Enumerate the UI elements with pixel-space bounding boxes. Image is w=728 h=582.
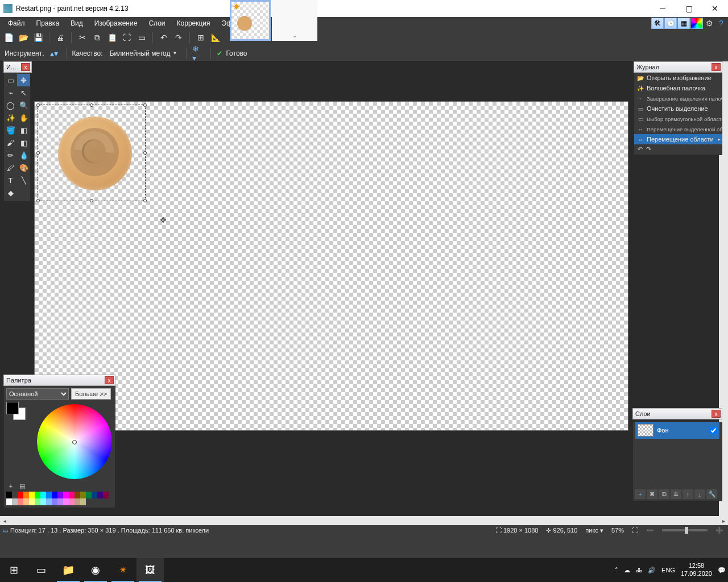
cloud-icon[interactable]: ☁ (624, 567, 630, 574)
close-button[interactable]: ✕ (702, 0, 728, 17)
palette-swatch[interactable] (75, 492, 80, 498)
layer-visibility-checkbox[interactable] (710, 427, 717, 434)
quality-dropdown[interactable]: Билинейный метод ▼ (106, 48, 181, 59)
grid-button[interactable]: ⊞ (195, 31, 207, 44)
palette-swatch[interactable] (46, 492, 52, 498)
start-button[interactable]: ⊞ (0, 558, 27, 582)
move-down-button[interactable]: ↓ (694, 489, 705, 499)
history-item[interactable]: ▭Выбор прямоугольной области (634, 114, 722, 124)
menu-image[interactable]: Изображение (89, 18, 143, 29)
tool-eraser[interactable]: ◧ (17, 136, 30, 149)
palette-swatch[interactable] (97, 492, 103, 498)
redo-button[interactable]: ↷ (172, 31, 185, 44)
language-indicator[interactable]: ENG (661, 567, 675, 573)
history-window-toggle[interactable]: 🕓 (664, 18, 677, 29)
menu-file[interactable]: Файл (2, 18, 31, 29)
tool-line[interactable]: ╲ (17, 174, 30, 186)
open-button[interactable]: 📂 (17, 31, 30, 44)
palette-swatch[interactable] (6, 498, 12, 505)
palette-swatch[interactable] (29, 498, 35, 505)
cut-button[interactable]: ✂ (76, 31, 89, 44)
palette-swatch[interactable] (23, 498, 29, 505)
print-button[interactable]: 🖨 (54, 31, 67, 44)
zoom-in-button[interactable]: ➕ (715, 527, 723, 534)
menu-edit[interactable]: Правка (31, 18, 65, 29)
close-icon[interactable]: x (712, 410, 721, 418)
tool-picker[interactable]: ▴▾ (48, 47, 60, 60)
close-icon[interactable]: x (21, 63, 30, 71)
tools-panel-header[interactable]: И... x (3, 61, 32, 73)
palette-swatch[interactable] (12, 492, 18, 498)
menu-layers[interactable]: Слои (143, 18, 171, 29)
move-up-button[interactable]: ↑ (682, 489, 693, 499)
colors-panel-header[interactable]: Палитра x (3, 375, 115, 386)
close-icon[interactable]: x (105, 376, 114, 384)
merge-layer-button[interactable]: ⇊ (671, 489, 681, 499)
history-item[interactable]: ↔Перемещение области (634, 134, 722, 144)
palette-swatch[interactable] (80, 492, 86, 498)
sampling-button[interactable]: ❄ ▾ (192, 47, 205, 60)
menu-view[interactable]: Вид (65, 18, 89, 29)
horizontal-scrollbar[interactable]: ◂ ▸ (0, 516, 728, 525)
tool-shapes[interactable]: ◆ (4, 186, 17, 199)
tool-rect-select[interactable]: ▭ (4, 74, 17, 86)
colors-window-toggle[interactable] (690, 18, 703, 29)
palette-swatch[interactable] (46, 498, 52, 505)
layers-window-toggle[interactable]: ▦ (677, 18, 690, 29)
add-color-icon[interactable]: + (6, 481, 15, 490)
palette-swatch[interactable] (6, 492, 12, 498)
palette-swatch[interactable] (57, 492, 63, 498)
layer-item[interactable]: Фон (635, 422, 719, 439)
palette-swatch[interactable] (52, 498, 57, 505)
resize-handle[interactable] (36, 103, 40, 107)
tool-fill[interactable]: 🪣 (4, 124, 17, 136)
tool-move[interactable]: ↖ (17, 86, 30, 99)
unit-dropdown[interactable]: пикс ▾ (585, 527, 603, 534)
tray-up-icon[interactable]: ˄ (615, 567, 618, 574)
resize-handle[interactable] (36, 199, 40, 202)
zoom-slider[interactable] (662, 529, 708, 531)
tool-gradient[interactable]: ◧ (17, 124, 30, 136)
minimize-button[interactable]: ─ (650, 0, 676, 17)
new-button[interactable]: 📄 (2, 31, 15, 44)
palette-swatch[interactable] (92, 492, 97, 498)
close-icon[interactable]: x (712, 63, 721, 71)
paintnet-taskbar-icon[interactable]: 🖼 (136, 558, 164, 582)
scroll-right-button[interactable]: ▸ (719, 516, 728, 525)
color-wheel-handle[interactable] (72, 440, 77, 444)
resize-handle[interactable] (143, 199, 147, 202)
tool-brush[interactable]: 🖌 (4, 136, 17, 149)
undo-button[interactable]: ↶ (158, 31, 170, 44)
document-thumbnail-tab[interactable]: ✸ (230, 0, 271, 41)
tool-text[interactable]: T (4, 174, 17, 186)
tool-magic-wand[interactable]: ✨ (4, 111, 17, 124)
layer-properties-button[interactable]: 🔧 (706, 489, 717, 499)
selection-rectangle[interactable] (38, 105, 146, 201)
paste-button[interactable]: 📋 (106, 31, 118, 44)
history-item[interactable]: ·Завершение выделения палочкой (634, 93, 722, 103)
blender-taskbar-icon[interactable]: ✴ (109, 558, 136, 582)
zoom-out-button[interactable]: ➖ (646, 527, 654, 534)
copy-button[interactable]: ⧉ (91, 31, 104, 44)
palette-swatch[interactable] (63, 492, 69, 498)
tool-recolor[interactable]: 🎨 (17, 161, 30, 174)
palette-swatch[interactable] (86, 492, 92, 498)
resize-handle[interactable] (90, 103, 93, 107)
menu-adjustments[interactable]: Коррекция (171, 18, 216, 29)
explorer-taskbar-icon[interactable]: 📁 (55, 558, 82, 582)
ruler-button[interactable]: 📐 (209, 31, 222, 44)
save-button[interactable]: 💾 (32, 31, 44, 44)
palette-swatch[interactable] (40, 498, 46, 505)
resize-handle[interactable] (90, 199, 93, 202)
resize-handle[interactable] (143, 151, 147, 155)
duplicate-layer-button[interactable]: ⧉ (659, 489, 669, 499)
tool-clone[interactable]: 🖊 (4, 161, 17, 174)
thumbnail-dropdown[interactable]: ⌄ (272, 0, 317, 41)
palette-swatch[interactable] (69, 492, 75, 498)
resize-handle[interactable] (36, 151, 40, 155)
scroll-left-button[interactable]: ◂ (0, 516, 9, 525)
layers-panel-header[interactable]: Слои x (632, 408, 722, 419)
palette-swatch[interactable] (29, 492, 35, 498)
maximize-button[interactable]: ▢ (676, 0, 702, 17)
palette-swatch[interactable] (63, 498, 69, 505)
